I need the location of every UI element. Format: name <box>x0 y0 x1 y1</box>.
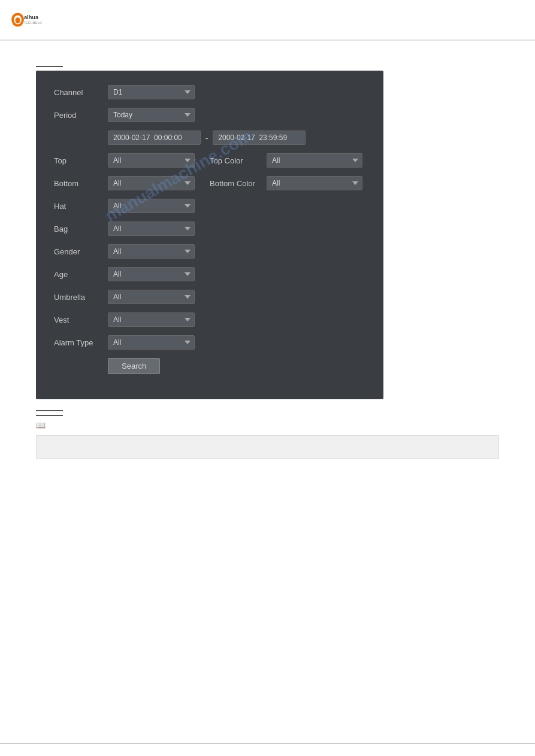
gender-label: Gender <box>54 247 108 256</box>
datetime-end-input[interactable] <box>213 130 306 145</box>
dahua-logo-icon: alhua TECHNOLOGY <box>11 7 42 33</box>
top-col: Top All <box>54 153 210 168</box>
period-select[interactable]: Today <box>108 108 195 122</box>
bottom-col: Bottom All <box>54 176 210 190</box>
channel-select[interactable]: D1 <box>108 85 195 99</box>
bottom-color-select[interactable]: All <box>267 176 362 190</box>
channel-label: Channel <box>54 88 108 97</box>
divider-bottom-2 <box>36 415 63 416</box>
gender-select[interactable]: All <box>108 244 195 259</box>
umbrella-row: Umbrella All <box>54 290 365 304</box>
vest-select[interactable]: All <box>108 312 195 327</box>
top-select[interactable]: All <box>108 153 195 168</box>
bottom-row: Bottom All Bottom Color All <box>54 176 365 190</box>
gender-row: Gender All <box>54 244 365 259</box>
svg-text:alhua: alhua <box>24 14 39 20</box>
bottom-color-col: Bottom Color All <box>210 176 362 190</box>
panel-wrapper: manualmachine.com Channel D1 Period Toda… <box>36 71 383 399</box>
vest-row: Vest All <box>54 312 365 327</box>
bag-row: Bag All <box>54 221 365 236</box>
main-content: manualmachine.com Channel D1 Period Toda… <box>0 41 535 477</box>
umbrella-label: Umbrella <box>54 293 108 302</box>
search-button[interactable]: Search <box>108 358 160 374</box>
bag-select[interactable]: All <box>108 221 195 236</box>
alarm-type-select[interactable]: All <box>108 335 195 350</box>
note-box <box>36 435 499 459</box>
top-color-col: Top Color All <box>210 153 362 168</box>
date-separator: - <box>205 133 208 142</box>
search-row: Search <box>54 358 365 374</box>
logo: alhua TECHNOLOGY <box>11 7 44 33</box>
svg-text:TECHNOLOGY: TECHNOLOGY <box>24 22 42 25</box>
period-label: Period <box>54 111 108 120</box>
book-icon: 📖 <box>36 421 49 432</box>
header: alhua TECHNOLOGY <box>0 0 535 41</box>
alarm-type-row: Alarm Type All <box>54 335 365 350</box>
hat-row: Hat All <box>54 199 365 213</box>
note-section: 📖 <box>36 421 499 459</box>
datetime-row: - <box>54 130 365 145</box>
hat-label: Hat <box>54 202 108 211</box>
top-color-label: Top Color <box>210 156 267 165</box>
hat-select[interactable]: All <box>108 199 195 213</box>
bottom-color-label: Bottom Color <box>210 179 267 188</box>
age-label: Age <box>54 270 108 279</box>
divider-top-1 <box>36 66 63 67</box>
umbrella-select[interactable]: All <box>108 290 195 304</box>
search-panel: Channel D1 Period Today - <box>36 71 383 399</box>
svg-point-2 <box>16 17 20 23</box>
age-row: Age All <box>54 267 365 281</box>
channel-row: Channel D1 <box>54 85 365 99</box>
age-select[interactable]: All <box>108 267 195 281</box>
vest-label: Vest <box>54 315 108 324</box>
alarm-type-label: Alarm Type <box>54 338 108 347</box>
bag-label: Bag <box>54 224 108 233</box>
bottom-label: Bottom <box>54 179 108 188</box>
bottom-select[interactable]: All <box>108 176 195 190</box>
top-color-select[interactable]: All <box>267 153 362 168</box>
top-label: Top <box>54 156 108 165</box>
period-row: Period Today <box>54 108 365 122</box>
top-row: Top All Top Color All <box>54 153 365 168</box>
bottom-border <box>0 743 535 744</box>
divider-bottom-1 <box>36 410 63 411</box>
datetime-start-input[interactable] <box>108 130 201 145</box>
